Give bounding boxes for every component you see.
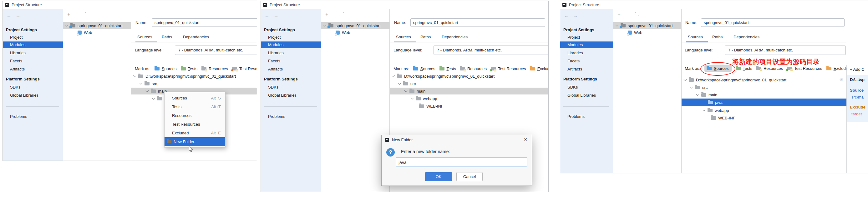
tree-row-web-inf[interactable]: WEB-INF [390,103,548,110]
menu-item-tests[interactable]: TestsAlt+T [164,102,225,111]
menu-item-resources[interactable]: Resources [164,111,225,120]
tree-row-src[interactable]: src [131,80,257,87]
add-module-icon[interactable]: + [67,11,70,17]
sidebar-item-modules[interactable]: Modules [3,41,63,48]
excluded-folder-entry[interactable]: target [851,112,862,116]
chevron-down-icon[interactable] [65,24,68,27]
mark-tests[interactable]: Tests [439,67,456,71]
sidebar-item-problems[interactable]: Problems [560,113,613,120]
mark-sources[interactable]: Sources [413,67,435,71]
tree-row-web-inf[interactable]: WEB-INF [682,114,846,121]
sidebar-item-facets[interactable]: Facets [560,58,613,65]
sidebar-item-libraries[interactable]: Libraries [3,49,63,56]
tree-row-root[interactable]: D:\workspace\springmvc\springmvc_01_quic… [390,73,548,80]
module-name-input[interactable] [410,18,545,27]
cancel-button[interactable]: Cancel [456,172,483,181]
chevron-down-icon[interactable] [411,97,414,100]
mark-test-resources[interactable]: Test Resources [232,67,257,71]
sidebar-item-project[interactable]: Project [560,34,613,41]
tree-row-main[interactable]: main [682,91,846,98]
sidebar-item-project[interactable]: Project [3,34,63,41]
chevron-down-icon[interactable] [140,82,143,85]
module-row[interactable]: springmvc_01_quickstart [321,22,390,29]
chevron-down-icon[interactable] [616,24,619,27]
sidebar-item-global-libraries[interactable]: Global Libraries [261,92,321,99]
mark-resources[interactable]: Resources [460,67,487,71]
mark-test-resources[interactable]: Test Resources [491,67,526,71]
content-root-path[interactable]: D:\...\sp [850,77,865,82]
forward-icon[interactable]: → [274,13,278,18]
menu-item-sources[interactable]: SourcesAlt+S [164,93,225,102]
tab-dependencies[interactable]: Dependencies [734,32,760,42]
chevron-down-icon[interactable] [152,97,155,100]
sidebar-item-problems[interactable]: Problems [3,113,63,120]
add-module-icon[interactable]: + [325,11,329,17]
module-row[interactable]: springmvc_01_quickstart [63,22,131,29]
sidebar-item-global-libraries[interactable]: Global Libraries [3,92,63,99]
source-folder-entry[interactable]: src\ma [851,95,864,100]
mark-test-resources[interactable]: Test Resources [787,66,822,71]
web-facet-row[interactable]: Web [321,29,390,36]
tree-row-src[interactable]: src [682,84,846,91]
back-icon[interactable]: ← [265,13,269,18]
add-content-root-link[interactable]: + Add C [850,67,865,72]
tab-dependencies[interactable]: Dependencies [442,32,468,42]
mark-tests[interactable]: Tests [736,66,752,71]
close-icon[interactable]: ✕ [524,137,527,142]
web-facet-row[interactable]: Web [613,29,681,36]
chevron-down-icon[interactable] [690,85,693,88]
back-icon[interactable]: ← [6,13,11,18]
tab-dependencies[interactable]: Dependencies [183,32,209,42]
mark-resources[interactable]: Resources [202,67,228,71]
sidebar-item-libraries[interactable]: Libraries [560,49,613,56]
tab-paths[interactable]: Paths [712,32,722,42]
chevron-down-icon[interactable] [398,82,401,85]
mark-tests[interactable]: Tests [181,67,197,71]
module-name-input[interactable] [701,18,844,27]
chevron-down-icon[interactable] [404,89,408,92]
back-icon[interactable]: ← [564,13,569,18]
menu-item-test-resources[interactable]: Test Resources [164,120,225,128]
sidebar-item-facets[interactable]: Facets [3,58,63,65]
sidebar-item-libraries[interactable]: Libraries [261,49,321,56]
tree-row-java[interactable]: java [682,98,846,106]
tree-row-root[interactable]: D:\workspace\springmvc\springmvc_01_quic… [131,73,257,80]
forward-icon[interactable]: → [16,13,20,18]
add-module-icon[interactable]: + [617,11,621,17]
mark-sources[interactable]: Sources [155,67,177,71]
sidebar-item-artifacts[interactable]: Artifacts [560,66,613,73]
tab-paths[interactable]: Paths [162,32,172,42]
copy-module-icon[interactable] [635,12,639,16]
language-level-select[interactable]: 7 - Diamonds, ARM, multi-catch etc. [175,45,257,55]
sidebar-item-sdks[interactable]: SDKs [560,84,613,91]
chevron-down-icon[interactable] [146,89,149,92]
sidebar-item-artifacts[interactable]: Artifacts [261,66,321,73]
tab-sources[interactable]: Sources [396,32,411,42]
sidebar-item-facets[interactable]: Facets [261,58,321,65]
sidebar-item-global-libraries[interactable]: Global Libraries [560,92,613,99]
language-level-select[interactable]: 7 - Diamonds, ARM, multi-catch etc. [434,45,548,55]
module-row[interactable]: springmvc_01_quickstart [613,22,681,29]
menu-item-new-folder[interactable]: New Folder... [164,137,225,146]
tree-row-src[interactable]: src [390,80,548,87]
copy-module-icon[interactable] [343,12,346,16]
menu-item-excluded[interactable]: ExcludedAlt+E [164,128,225,137]
folder-name-input[interactable]: java [396,157,527,167]
forward-icon[interactable]: → [573,13,578,18]
chevron-down-icon[interactable] [696,93,700,96]
tab-paths[interactable]: Paths [421,32,431,42]
remove-module-icon[interactable]: − [626,11,629,17]
tree-row-webapp[interactable]: webapp [390,95,548,102]
mark-excluded[interactable]: Excluded [530,67,548,71]
tab-sources[interactable]: Sources [688,32,703,42]
module-name-input[interactable] [152,18,257,27]
remove-module-icon[interactable]: − [76,11,79,17]
remove-module-icon[interactable]: − [334,11,337,17]
ok-button[interactable]: OK [425,172,452,181]
chevron-down-icon[interactable] [133,74,136,77]
language-level-select[interactable]: 7 - Diamonds, ARM, multi-catch etc. [725,45,846,55]
chevron-down-icon[interactable] [323,24,327,27]
mark-excluded[interactable]: Excluded [827,66,846,71]
sidebar-item-artifacts[interactable]: Artifacts [3,66,63,73]
chevron-down-icon[interactable] [684,78,687,81]
